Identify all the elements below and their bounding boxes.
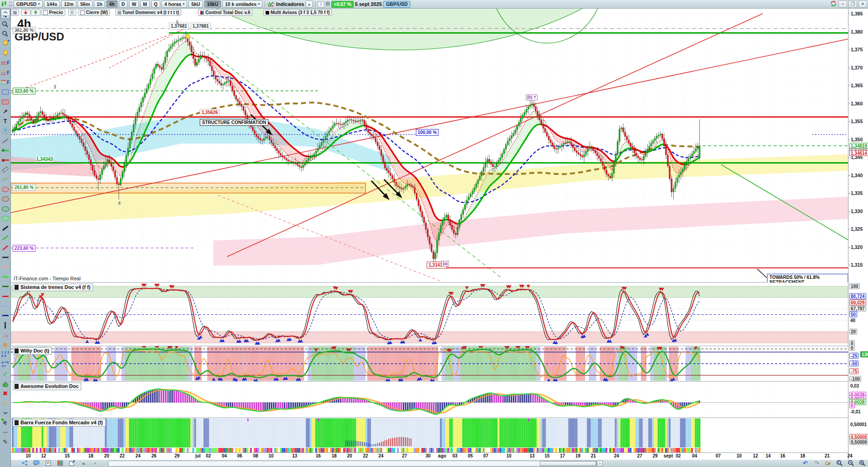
timeframe-button-M[interactable]: M xyxy=(140,0,150,8)
tool-hl-lblue-icon[interactable] xyxy=(0,301,10,311)
restore-button[interactable]: ❐ xyxy=(848,0,857,8)
timeframe-button-1h[interactable]: 1h xyxy=(94,0,105,8)
bottombar-linkpen-icon[interactable] xyxy=(824,460,833,466)
timeframe-button-144s[interactable]: 144s xyxy=(44,0,60,8)
tool-fib1-icon[interactable]: F xyxy=(0,58,10,68)
tool-hl-red-icon[interactable] xyxy=(0,291,10,301)
tool-zoom-area-icon[interactable] xyxy=(0,29,10,39)
period-dropdown[interactable]: 4 horas ▾ xyxy=(162,0,187,8)
price-chart-canvas[interactable] xyxy=(11,9,848,282)
tool-hl-pink-icon[interactable] xyxy=(0,262,10,272)
tool-hl-black-icon[interactable] xyxy=(0,253,10,262)
tool-ruler-icon[interactable] xyxy=(0,165,10,174)
tool-hseg-red-icon[interactable] xyxy=(0,155,10,165)
panel-session-barcode[interactable] xyxy=(11,448,848,453)
legend-item-multi-avisos-3-f-3-1-5-70-f-f-[interactable]: Multi Avisos (3 f 3 1,5 70 f f) xyxy=(263,9,332,16)
timeframe-button-12m[interactable]: 12m xyxy=(61,0,76,8)
tool-pencil-icon[interactable]: ✎ xyxy=(0,437,10,447)
tool-hl-dgreen-icon[interactable] xyxy=(0,282,10,291)
link-charts-icon[interactable]: ⚯⚯ xyxy=(9,1,12,8)
tool-warn-icon[interactable]: ⚠ xyxy=(0,398,10,408)
tool-rect-r-icon[interactable] xyxy=(0,97,10,107)
tool-indic-icon[interactable] xyxy=(0,175,10,184)
bottombar-zoom-in-icon[interactable] xyxy=(858,460,867,466)
legend-item-precio[interactable]: Precio xyxy=(41,9,65,16)
tool-hl-green-icon[interactable] xyxy=(0,272,10,282)
tool-ell-brown-icon[interactable] xyxy=(0,194,10,204)
bottombar-zoom-out-icon[interactable] xyxy=(846,460,855,466)
tool-xmark-icon[interactable]: ✖ xyxy=(0,388,10,398)
refresh-icon[interactable] xyxy=(830,0,837,8)
legend-icon-arrow-down-red[interactable] xyxy=(21,9,30,16)
panel-awesome-evolution[interactable] xyxy=(11,382,848,418)
tool-circplus-icon[interactable]: ⊕ xyxy=(0,340,10,349)
panel-sistema-de-trenes[interactable] xyxy=(11,283,848,346)
indicators-caret[interactable]: ▾ xyxy=(306,0,313,8)
tool-cursor-badge-icon[interactable] xyxy=(0,417,10,427)
scrollbar-thumb[interactable] xyxy=(540,461,596,466)
scroll-right-button[interactable]: › xyxy=(597,461,603,467)
tool-bell-add-icon[interactable]: + xyxy=(0,39,10,48)
main-chart[interactable]: 4hGBP/USD361,80 %323,60 %261,80 %223,60 … xyxy=(11,9,848,283)
tool-dots-icon[interactable]: ⋯ xyxy=(0,427,10,437)
legend-item-cierre-w-[interactable]: Cierre (W) xyxy=(78,9,110,16)
price-axis[interactable]: 1,3851,3801,3751,3701,3651,3601,3551,350… xyxy=(848,9,868,460)
timeframe-button-Q[interactable]: Q xyxy=(151,0,160,8)
info-button[interactable]: i xyxy=(318,1,324,7)
panel-label-trenes[interactable]: Sistema de trenes Doc v4 (f f) xyxy=(13,283,93,291)
tool-bell-icon[interactable] xyxy=(0,49,10,58)
bottombar-zoom-fit-icon[interactable] xyxy=(835,460,844,466)
bottombar-chat-icon[interactable] xyxy=(32,460,41,466)
tool-angle-icon[interactable]: a xyxy=(0,330,10,340)
bottombar-table-icon[interactable] xyxy=(55,460,64,466)
bottombar-laquo-icon[interactable]: « xyxy=(79,460,88,466)
tool-segment-icon[interactable] xyxy=(0,136,10,145)
bottombar-tri-l-icon[interactable]: ‹ xyxy=(91,460,100,466)
legend-item-control-total-doc-v-6[interactable]: Control Total Doc v.6 xyxy=(198,9,252,16)
tool-ell-red-icon[interactable] xyxy=(0,184,10,194)
units-button-5kU[interactable]: 5kU xyxy=(188,0,202,8)
timeframe-button-4h[interactable]: 4h xyxy=(106,0,117,8)
timeframe-button-W[interactable]: W xyxy=(129,0,139,8)
panel-label-barra[interactable]: Barra Fuerza Fondo Mercado v4 (f) xyxy=(13,419,106,427)
tool-rect-b-icon[interactable] xyxy=(0,87,10,97)
tool-elliott-icon[interactable]: 1 2 34 5 xyxy=(0,350,10,359)
tool-hl-dblue-icon[interactable] xyxy=(0,311,10,320)
legend-icon-collapse[interactable] xyxy=(1,9,10,16)
tool-ell-dgreen-icon[interactable] xyxy=(0,204,10,214)
legend-icon-arrow-up-green[interactable] xyxy=(31,9,40,16)
panel-label-willy[interactable]: Willy Doc (t) xyxy=(13,347,52,355)
legend-icon-list[interactable]: ☰ xyxy=(68,9,76,16)
tool-hseg-green-icon[interactable] xyxy=(0,145,10,155)
tool-vline-icon[interactable] xyxy=(0,321,10,330)
tool-check-icon[interactable]: ✓ xyxy=(0,369,10,378)
date-axis[interactable]: 101215182022242629jul0204060810131618202… xyxy=(11,452,848,460)
tool-fib2-icon[interactable]: F xyxy=(0,68,10,77)
symbol-dropdown[interactable]: GBPUSD ▾ xyxy=(14,0,43,8)
panel-label-awesome[interactable]: Awesome Evolution Doc xyxy=(13,383,81,390)
tool-dl-red-icon[interactable] xyxy=(0,243,10,252)
timeframe-button-D[interactable]: D xyxy=(119,0,128,8)
tool-dl-green-icon[interactable] xyxy=(0,233,10,243)
tool-chev-icon[interactable] xyxy=(0,408,10,417)
horizontal-scrollbar[interactable] xyxy=(108,461,597,467)
bottombar-redo-icon[interactable]: ↷ xyxy=(812,460,821,466)
indicators-button[interactable]: Indicadores xyxy=(267,1,304,7)
timeframe-button-56m[interactable]: 56m xyxy=(78,0,93,8)
close-button[interactable]: × xyxy=(858,0,867,8)
tool-thumb-icon[interactable] xyxy=(0,379,10,388)
tool-arrow-ne-icon[interactable]: ↗ xyxy=(0,107,10,116)
tool-ell-green-icon[interactable] xyxy=(0,214,10,223)
tool-fib3-icon[interactable]: F xyxy=(0,78,10,87)
tool-text-icon[interactable]: T xyxy=(0,116,10,126)
tool-text-bubble-icon[interactable]: T xyxy=(0,126,10,136)
minimize-button[interactable]: – xyxy=(838,0,847,8)
tool-zoom-icon[interactable] xyxy=(0,19,10,29)
bottombar-doc-icon[interactable] xyxy=(44,460,53,466)
legend-icon-alarm-add[interactable] xyxy=(11,9,19,16)
units-dropdown[interactable]: 10 k unidades ▾ xyxy=(222,0,262,8)
units-button-10kU[interactable]: 10kU xyxy=(204,0,221,8)
tool-abc-icon[interactable]: a +bc+ xyxy=(0,359,10,369)
legend-item-tunel-domenec-v4-t-t-t-t-t-[interactable]: Tunel Domenec v4 (t t t t t) xyxy=(115,9,182,16)
bottombar-undo-icon[interactable]: ↶ xyxy=(801,460,810,466)
